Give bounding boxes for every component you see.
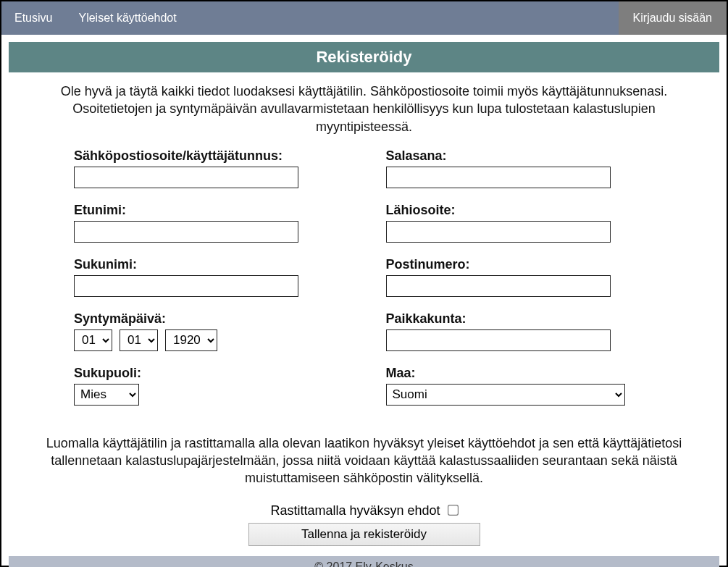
nav-home[interactable]: Etusivu — [1, 1, 65, 35]
nav-login[interactable]: Kirjaudu sisään — [619, 1, 727, 35]
email-label: Sähköpostiosoite/käyttäjätunnus: — [74, 148, 343, 164]
dob-year-select[interactable]: 1920 — [165, 329, 217, 351]
footer-text: © 2017 Ely-Keskus — [9, 556, 719, 567]
lastname-label: Sukunimi: — [74, 257, 343, 272]
address-label: Lähiosoite: — [386, 203, 655, 218]
lastname-field[interactable] — [74, 275, 298, 297]
consent-text: Luomalla käyttäjätilin ja rastittamalla … — [9, 420, 719, 495]
top-nav: Etusivu Yleiset käyttöehdot Kirjaudu sis… — [1, 1, 727, 35]
postal-field[interactable] — [386, 275, 611, 297]
dob-label: Syntymäpäivä: — [74, 311, 343, 327]
accept-checkbox[interactable] — [448, 505, 459, 516]
password-field[interactable] — [386, 167, 611, 188]
city-label: Paikkakunta: — [386, 311, 655, 327]
country-label: Maa: — [386, 366, 655, 381]
address-field[interactable] — [386, 221, 611, 243]
firstname-label: Etunimi: — [74, 203, 343, 218]
submit-button[interactable]: Tallenna ja rekisteröidy — [248, 523, 480, 546]
intro-text: Ole hyvä ja täytä kaikki tiedot luodakse… — [9, 72, 719, 148]
firstname-field[interactable] — [74, 221, 298, 243]
dob-day-select[interactable]: 01 — [74, 329, 112, 351]
dob-month-select[interactable]: 01 — [120, 329, 158, 351]
accept-label: Rastittamalla hyväksyn ehdot — [270, 503, 440, 518]
nav-terms[interactable]: Yleiset käyttöehdot — [65, 1, 189, 35]
country-select[interactable]: Suomi — [386, 384, 625, 406]
password-label: Salasana: — [386, 148, 655, 164]
email-field[interactable] — [74, 167, 298, 188]
page-title: Rekisteröidy — [9, 42, 719, 72]
gender-select[interactable]: Mies — [74, 384, 139, 406]
gender-label: Sukupuoli: — [74, 366, 343, 381]
postal-label: Postinumero: — [386, 257, 655, 272]
city-field[interactable] — [386, 329, 611, 351]
